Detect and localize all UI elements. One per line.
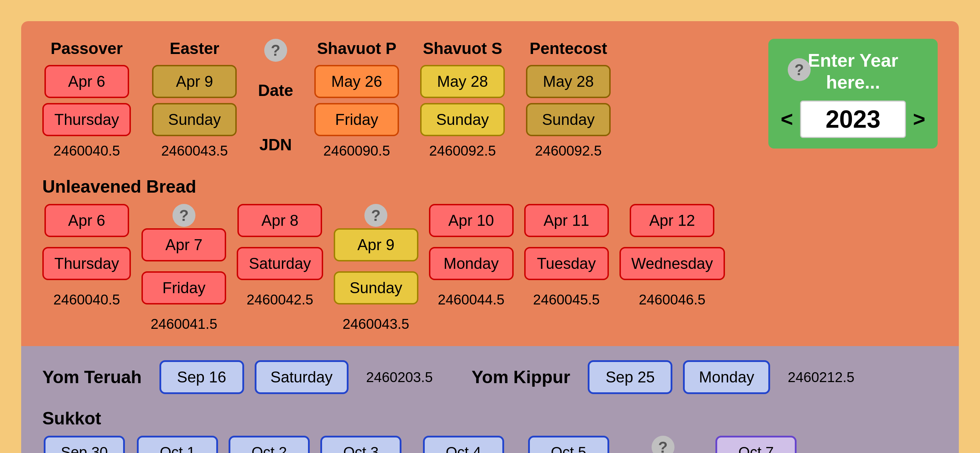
shavuot-s-date: May 28	[420, 65, 505, 98]
shavuot-p-day: Friday	[314, 103, 399, 136]
sukkot-grid: Sep 30Saturday2460217.5Oct 1Sunday246021…	[42, 436, 938, 453]
sukkot-day-col: ?Oct 6Friday2460223.5	[622, 436, 703, 453]
shavuot-s-col: Shavuot S May 28 Sunday 2460092.5	[420, 39, 505, 159]
year-controls: < >	[783, 100, 924, 138]
unleavened-day-col: Apr 8Saturday2460042.5	[237, 204, 323, 308]
pentecost-jdn: 2460092.5	[535, 143, 602, 159]
unleavened-day-box: Thursday	[42, 247, 131, 280]
passover-col: Passover Apr 6 Thursday 2460040.5	[42, 39, 131, 159]
unleavened-jdn: 2460043.5	[342, 316, 409, 332]
easter-col: Easter Apr 9 Sunday 2460043.5	[152, 39, 237, 159]
unleavened-day-box: Tuesday	[524, 247, 609, 280]
unleavened-date-box: Apr 9	[334, 228, 418, 261]
prev-year-button[interactable]: <	[777, 109, 797, 130]
unleavened-section: Unleavened Bread Apr 6Thursday2460040.5?…	[42, 176, 938, 332]
sukkot-date-box: Oct 5	[528, 436, 609, 453]
yom-kippur-day: Monday	[683, 360, 770, 394]
easter-header: Easter	[170, 39, 220, 58]
question-mark-icon[interactable]: ?	[364, 204, 387, 227]
year-question-mark[interactable]: ?	[788, 58, 811, 81]
unleavened-day-col: ?Apr 9Sunday2460043.5	[334, 204, 418, 332]
jdn-label: JDN	[259, 135, 292, 154]
sukkot-day-col: Oct 5Thursday2460222.5	[525, 436, 612, 453]
yom-teruah-date: Sep 16	[159, 360, 244, 394]
yom-kippur-label: Yom Kippur	[472, 367, 570, 387]
pentecost-header: Pentecost	[530, 39, 607, 58]
date-question-mark[interactable]: ?	[264, 39, 287, 62]
unleavened-grid: Apr 6Thursday2460040.5?Apr 7Friday246004…	[42, 204, 938, 332]
sukkot-header: Sukkot	[42, 408, 938, 429]
easter-jdn: 2460043.5	[161, 143, 228, 159]
unleavened-jdn: 2460045.5	[533, 292, 600, 308]
bottom-section: Yom Teruah Sep 16 Saturday 2460203.5 Yom…	[21, 346, 959, 453]
main-container: ? Enter Year here... < > Passover Apr 6 …	[21, 21, 959, 453]
sukkot-date-box: Oct 7	[716, 436, 797, 453]
unleavened-day-col: Apr 6Thursday2460040.5	[42, 204, 131, 308]
unleavened-date-box: Apr 10	[429, 204, 514, 237]
sukkot-question-mark-icon[interactable]: ?	[652, 436, 675, 453]
sukkot-day-col: Sep 30Saturday2460217.5	[42, 436, 126, 453]
unleavened-date-box: Apr 12	[630, 204, 714, 237]
unleavened-day-col: Apr 11Tuesday2460045.5	[524, 204, 609, 308]
shavuot-p-jdn: 2460090.5	[323, 143, 390, 159]
sukkot-section: Sukkot Sep 30Saturday2460217.5Oct 1Sunda…	[42, 408, 938, 453]
shavuot-p-header: Shavuot P	[317, 39, 396, 58]
unleavened-jdn: 2460042.5	[247, 292, 313, 308]
top-section: ? Enter Year here... < > Passover Apr 6 …	[21, 21, 959, 346]
sukkot-day-col: Oct 1Sunday2460218.5	[137, 436, 218, 453]
unleavened-jdn: 2460046.5	[639, 292, 706, 308]
sukkot-day-col: Oct 2Monday2460219.5	[229, 436, 310, 453]
unleavened-date-box: Apr 11	[524, 204, 609, 237]
yom-teruah-jdn: 2460203.5	[366, 369, 433, 385]
unleavened-day-col: Apr 12Wednesday2460046.5	[619, 204, 725, 308]
unleavened-day-col: Apr 10Monday2460044.5	[429, 204, 514, 308]
easter-date: Apr 9	[152, 65, 237, 98]
unleavened-jdn: 2460041.5	[151, 316, 217, 332]
pentecost-date: May 28	[526, 65, 611, 98]
unleavened-day-col: ?Apr 7Friday2460041.5	[142, 204, 226, 332]
pentecost-day: Sunday	[526, 103, 611, 136]
year-box: ? Enter Year here... < >	[768, 39, 938, 149]
shavuot-s-jdn: 2460092.5	[430, 143, 496, 159]
date-label: Date	[258, 81, 293, 100]
shavuot-p-col: Shavuot P May 26 Friday 2460090.5	[314, 39, 399, 159]
passover-jdn: 2460040.5	[53, 143, 120, 159]
unleavened-day-box: Wednesday	[619, 247, 725, 280]
sukkot-date-box: Sep 30	[44, 436, 125, 453]
passover-date: Apr 6	[45, 65, 129, 98]
unleavened-day-box: Friday	[142, 271, 226, 304]
sukkot-date-box: Oct 2	[229, 436, 310, 453]
unleavened-date-box: Apr 6	[45, 204, 129, 237]
shavuot-p-date: May 26	[314, 65, 399, 98]
next-year-button[interactable]: >	[910, 109, 929, 130]
yom-teruah-day: Saturday	[255, 360, 348, 394]
yom-teruah-label: Yom Teruah	[42, 367, 142, 387]
unleavened-date-box: Apr 7	[142, 228, 226, 261]
year-input[interactable]	[800, 100, 906, 138]
sukkot-day-col: Oct 4Wednesday2460221.5	[412, 436, 515, 453]
unleavened-jdn: 2460040.5	[53, 292, 120, 308]
sukkot-day-col: Oct 7Saturday2460224.5	[714, 436, 798, 453]
yom-kippur-date: Sep 25	[588, 360, 672, 394]
question-mark-icon[interactable]: ?	[172, 204, 196, 227]
shavuot-s-day: Sunday	[420, 103, 505, 136]
unleavened-day-box: Saturday	[237, 247, 323, 280]
yom-kippur-jdn: 2460212.5	[788, 369, 854, 385]
date-jdn-labels: ? Date JDN	[258, 39, 293, 154]
unleavened-day-box: Sunday	[334, 271, 418, 304]
sukkot-date-box: Oct 3	[320, 436, 401, 453]
passover-header: Passover	[51, 39, 123, 58]
passover-day: Thursday	[42, 103, 131, 136]
unleavened-jdn: 2460044.5	[438, 292, 504, 308]
sukkot-day-col: Oct 3Tuesday2460220.5	[320, 436, 401, 453]
sukkot-date-box: Oct 1	[137, 436, 218, 453]
unleavened-day-box: Monday	[429, 247, 514, 280]
unleavened-date-box: Apr 8	[237, 204, 322, 237]
shavuot-s-header: Shavuot S	[423, 39, 502, 58]
easter-day: Sunday	[152, 103, 237, 136]
sukkot-date-box: Oct 4	[423, 436, 504, 453]
pentecost-col: Pentecost May 28 Sunday 2460092.5	[526, 39, 611, 159]
yom-row: Yom Teruah Sep 16 Saturday 2460203.5 Yom…	[42, 360, 938, 394]
unleavened-header: Unleavened Bread	[42, 176, 938, 197]
